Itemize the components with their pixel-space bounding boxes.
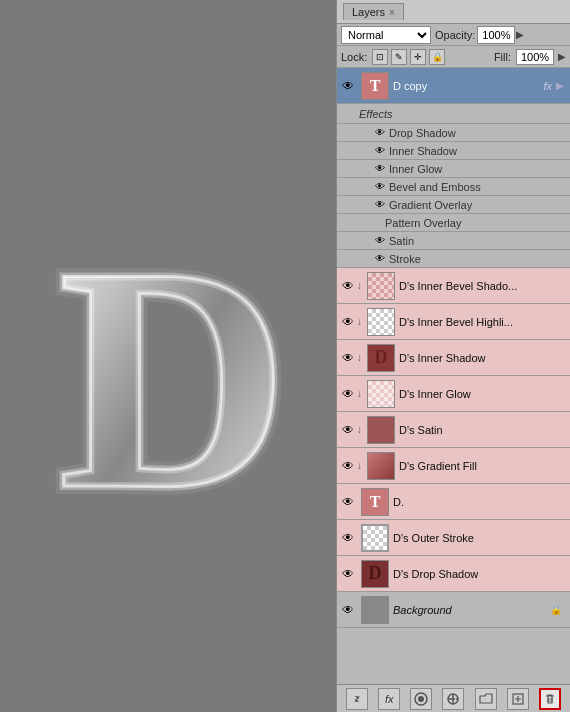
- effect-drop-shadow-row[interactable]: 👁 Drop Shadow: [337, 124, 570, 142]
- layer-row[interactable]: 👁 Background 🔒: [337, 592, 570, 628]
- lock-icon: 🔒: [550, 604, 562, 616]
- layer-row[interactable]: 👁 D's Outer Stroke: [337, 520, 570, 556]
- layer-row[interactable]: 👁 T D.: [337, 484, 570, 520]
- effect-eye-icon[interactable]: 👁: [373, 162, 387, 176]
- layer-name: D's Inner Bevel Shado...: [399, 280, 568, 292]
- folder-icon: [479, 692, 493, 706]
- layers-tab-label: Layers: [352, 6, 385, 18]
- effect-stroke-row[interactable]: 👁 Stroke: [337, 250, 570, 268]
- link-arrow: ↓: [357, 316, 362, 327]
- new-adjustment-button[interactable]: [442, 688, 464, 710]
- effect-gradient-overlay-row[interactable]: 👁 Gradient Overlay: [337, 196, 570, 214]
- layer-thumbnail: D: [367, 344, 395, 372]
- svg-point-5: [418, 696, 424, 702]
- adjustment-icon: [446, 692, 460, 706]
- lock-position-btn[interactable]: ✛: [410, 49, 426, 65]
- eye-icon[interactable]: 👁: [339, 421, 357, 439]
- eye-icon[interactable]: 👁: [339, 565, 357, 583]
- add-style-button[interactable]: fx: [378, 688, 400, 710]
- new-layer-button[interactable]: [507, 688, 529, 710]
- effect-bevel-row[interactable]: 👁 Bevel and Emboss: [337, 178, 570, 196]
- eye-icon[interactable]: 👁: [339, 385, 357, 403]
- add-mask-button[interactable]: [410, 688, 432, 710]
- layer-row[interactable]: 👁 D D's Drop Shadow: [337, 556, 570, 592]
- fx-text: fx: [385, 693, 394, 705]
- satin-label: Satin: [389, 235, 414, 247]
- layer-row[interactable]: 👁 ↓ D's Satin: [337, 412, 570, 448]
- layer-row[interactable]: 👁 ↓ D's Inner Bevel Highli...: [337, 304, 570, 340]
- opacity-arrow: ▶: [516, 29, 524, 40]
- effect-inner-shadow-row[interactable]: 👁 Inner Shadow: [337, 142, 570, 160]
- eye-icon[interactable]: 👁: [339, 313, 357, 331]
- effects-label: Effects: [359, 108, 393, 120]
- link-arrow: ↓: [357, 460, 362, 471]
- drop-shadow-label: Drop Shadow: [389, 127, 456, 139]
- svg-text:D: D: [58, 201, 289, 546]
- eye-icon[interactable]: 👁: [339, 457, 357, 475]
- layer-thumbnail: [367, 272, 395, 300]
- layer-name: D.: [393, 496, 568, 508]
- new-group-button[interactable]: [475, 688, 497, 710]
- canvas-area: D D D D: [0, 0, 336, 712]
- layer-thumbnail: [367, 308, 395, 336]
- panel-scroll-indicator: ▶: [556, 80, 564, 91]
- panel-header: Layers ×: [337, 0, 570, 24]
- blend-mode-row: Normal Opacity: ▶: [337, 24, 570, 46]
- background-layer-name: Background: [393, 604, 550, 616]
- new-layer-icon: [511, 692, 525, 706]
- lock-all-btn[interactable]: 🔒: [429, 49, 445, 65]
- effect-eye-icon[interactable]: 👁: [373, 180, 387, 194]
- layer-thumbnail: [367, 416, 395, 444]
- eye-icon[interactable]: 👁: [339, 529, 357, 547]
- lock-row: Lock: ⊡ ✎ ✛ 🔒 Fill: ▶: [337, 46, 570, 68]
- fill-input[interactable]: [516, 49, 554, 65]
- delete-layer-button[interactable]: [539, 688, 561, 710]
- trash-icon: [543, 692, 557, 706]
- layer-row[interactable]: 👁 ↓ D's Gradient Fill: [337, 448, 570, 484]
- effect-satin-row[interactable]: 👁 Satin: [337, 232, 570, 250]
- fill-label: Fill:: [494, 51, 511, 63]
- layer-thumbnail: T: [361, 72, 389, 100]
- link-arrow: ↓: [357, 388, 362, 399]
- eye-icon[interactable]: 👁: [339, 277, 357, 295]
- effect-eye-icon[interactable]: 👁: [373, 144, 387, 158]
- panel-toolbar: fx: [337, 684, 570, 712]
- layer-name: D's Inner Shadow: [399, 352, 568, 364]
- layer-thumbnail: [367, 380, 395, 408]
- eye-icon[interactable]: 👁: [339, 493, 357, 511]
- eye-icon[interactable]: 👁: [339, 77, 357, 95]
- effect-eye-icon[interactable]: 👁: [373, 252, 387, 266]
- layer-fx-icon: fx: [543, 80, 552, 92]
- fill-arrow: ▶: [558, 51, 566, 62]
- effect-eye-icon[interactable]: 👁: [373, 234, 387, 248]
- layer-row[interactable]: 👁 T D copy fx ▶: [337, 68, 570, 104]
- lock-transparent-btn[interactable]: ⊡: [372, 49, 388, 65]
- layer-name: D's Drop Shadow: [393, 568, 568, 580]
- link-arrow: ↓: [357, 424, 362, 435]
- link-arrow: ↓: [357, 352, 362, 363]
- link-icon: [350, 692, 364, 706]
- opacity-input[interactable]: [477, 26, 515, 44]
- effect-inner-glow-row[interactable]: 👁 Inner Glow: [337, 160, 570, 178]
- gradient-overlay-label: Gradient Overlay: [389, 199, 472, 211]
- effect-eye-icon[interactable]: 👁: [373, 198, 387, 212]
- effects-header-row: Effects: [337, 104, 570, 124]
- layer-name: D's Inner Glow: [399, 388, 568, 400]
- lock-paint-btn[interactable]: ✎: [391, 49, 407, 65]
- layers-tab-close[interactable]: ×: [389, 7, 395, 18]
- inner-glow-label: Inner Glow: [389, 163, 442, 175]
- inner-shadow-label: Inner Shadow: [389, 145, 457, 157]
- effect-eye-icon[interactable]: 👁: [373, 126, 387, 140]
- eye-icon[interactable]: 👁: [339, 349, 357, 367]
- blend-mode-select[interactable]: Normal: [341, 26, 431, 44]
- layers-tab[interactable]: Layers ×: [343, 3, 404, 20]
- layer-row[interactable]: 👁 ↓ D's Inner Bevel Shado...: [337, 268, 570, 304]
- layer-thumbnail: [361, 524, 389, 552]
- link-layers-button[interactable]: [346, 688, 368, 710]
- layer-row[interactable]: 👁 ↓ D's Inner Glow: [337, 376, 570, 412]
- layer-name: D's Satin: [399, 424, 568, 436]
- effect-pattern-overlay-row[interactable]: Pattern Overlay: [337, 214, 570, 232]
- layers-list[interactable]: 👁 T D copy fx ▶ Effects 👁 Drop Shadow 👁 …: [337, 68, 570, 684]
- eye-icon[interactable]: 👁: [339, 601, 357, 619]
- layer-row[interactable]: 👁 ↓ D D's Inner Shadow: [337, 340, 570, 376]
